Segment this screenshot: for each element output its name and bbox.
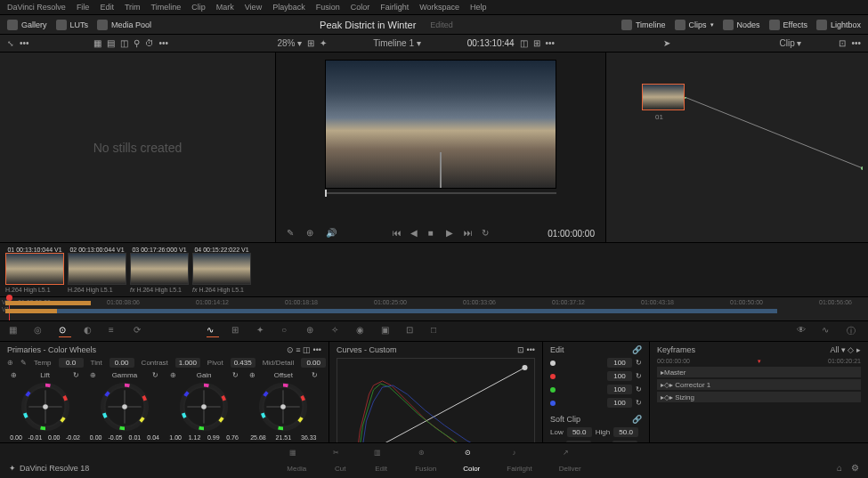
menu-trim[interactable]: Trim: [125, 3, 141, 12]
color-wheel-gamma[interactable]: ⊕Gamma↻ 0.00-0.050.010.04: [86, 371, 162, 446]
lock-icon[interactable]: ◇: [664, 393, 669, 401]
expand-icon[interactable]: ⤡: [7, 39, 14, 48]
node-graph-panel[interactable]: 01: [605, 53, 868, 242]
intensity-value[interactable]: 100: [607, 371, 632, 381]
reset-icon[interactable]: ⊕: [249, 371, 256, 382]
viewer-grid-icon[interactable]: ⊞: [533, 38, 540, 48]
window-icon[interactable]: ○: [281, 325, 294, 337]
key-icon[interactable]: ▣: [381, 325, 393, 337]
clip-thumbnail[interactable]: 03 00:17:26:000 V1 fx H.264 High L5.1: [130, 247, 189, 293]
page-tab-color[interactable]: ⊙Color: [463, 449, 480, 473]
channel-dot[interactable]: [550, 387, 556, 393]
hdr-icon[interactable]: ◐: [84, 325, 96, 337]
page-tab-media[interactable]: ▦Media: [287, 449, 306, 473]
speaker-icon[interactable]: 🔊: [326, 228, 337, 239]
menu-fairlight[interactable]: Fairlight: [380, 3, 409, 12]
channel-dot[interactable]: [550, 361, 556, 366]
viewer-icon1[interactable]: ◫: [520, 38, 528, 48]
viewer-opt2-icon[interactable]: ✦: [320, 38, 327, 48]
reset-icon[interactable]: ⊕: [11, 371, 17, 382]
luts-button[interactable]: LUTs: [56, 20, 89, 30]
grid1-icon[interactable]: ▦: [93, 38, 101, 48]
clip-dropdown[interactable]: Clip ▾: [779, 38, 801, 48]
next-frame-icon[interactable]: ⏭: [464, 228, 475, 239]
pivot-value[interactable]: 0.435: [231, 358, 256, 368]
qualifier-icon[interactable]: ✦: [256, 325, 269, 337]
more-icon[interactable]: •••: [159, 38, 169, 48]
arrow-icon[interactable]: ➤: [663, 38, 670, 48]
split-icon[interactable]: ◫: [120, 38, 128, 48]
sizing-icon[interactable]: ⊡: [406, 325, 418, 337]
reset-icon[interactable]: ↻: [636, 372, 642, 380]
viewer-more-icon[interactable]: •••: [546, 38, 556, 48]
nodes-button[interactable]: Nodes: [723, 20, 760, 30]
waveform-icon[interactable]: ∿: [822, 325, 834, 337]
node-thumb[interactable]: [642, 84, 685, 110]
page-tab-cut[interactable]: ✂Cut: [333, 449, 347, 473]
menu-color[interactable]: Color: [351, 3, 370, 12]
wheel-mode-icon[interactable]: ⊙: [287, 345, 294, 354]
menu-view[interactable]: View: [245, 3, 262, 12]
motion-icon[interactable]: ⟳: [134, 325, 146, 337]
page-tab-fairlight[interactable]: ♪Fairlight: [507, 449, 531, 473]
channel-dot[interactable]: [550, 401, 556, 406]
clip-thumbnail[interactable]: 02 00:13:00:044 V1 H.264 High L5.1: [68, 247, 126, 293]
reset-icon[interactable]: ↻: [636, 385, 642, 393]
viewer-opt1-icon[interactable]: ⊞: [307, 38, 314, 48]
softclip-high[interactable]: 50.0: [613, 427, 638, 437]
wand-icon[interactable]: ✎: [287, 228, 297, 239]
clip-thumbnail[interactable]: 01 00:13:10:044 V1 H.264 High L5.1: [5, 247, 64, 293]
dropper-icon[interactable]: ⊕: [306, 228, 317, 239]
page-tab-fusion[interactable]: ⊛Fusion: [415, 449, 436, 473]
intensity-value[interactable]: 100: [607, 358, 632, 368]
color-wheel-lift[interactable]: ⊕Lift↻ 0.00-0.010.00-0.02: [7, 371, 83, 446]
menu-playback[interactable]: Playback: [272, 3, 305, 12]
first-frame-icon[interactable]: ⏮: [393, 228, 403, 239]
magic-icon[interactable]: ✧: [331, 325, 344, 337]
menu-app[interactable]: DaVinci Resolve: [7, 3, 66, 12]
timeline-ruler[interactable]: 01:00:00:0001:00:08:0601:00:14:1201:00:1…: [0, 296, 868, 321]
reset2-icon[interactable]: ↻: [152, 371, 158, 382]
reset-icon[interactable]: ↻: [636, 399, 642, 407]
menu-mark[interactable]: Mark: [216, 3, 234, 12]
channel-dot[interactable]: [550, 374, 556, 379]
menu-workspace[interactable]: Workspace: [419, 3, 459, 12]
reset-icon[interactable]: ⊕: [170, 371, 176, 382]
scope-icon[interactable]: 👁: [797, 325, 809, 337]
stop-icon[interactable]: ■: [428, 228, 439, 239]
node-opt-icon[interactable]: ⊡: [839, 38, 846, 48]
settings-icon[interactable]: ⚙: [851, 463, 859, 473]
middetail-value[interactable]: 0.00: [301, 358, 326, 368]
clip-thumbnail[interactable]: 04 00:15:22:022 V1 fx H.264 High L5.1: [192, 247, 251, 293]
reset2-icon[interactable]: ↻: [312, 371, 318, 382]
reset-icon[interactable]: ⊕: [90, 371, 96, 382]
keyframe-track[interactable]: ▸ Master: [657, 367, 861, 377]
timecode-icon[interactable]: ⏱: [145, 38, 154, 48]
contrast-value[interactable]: 1.000: [175, 358, 200, 368]
tint-value[interactable]: 0.00: [110, 358, 134, 368]
reset-icon[interactable]: ↻: [636, 359, 642, 367]
intensity-value[interactable]: 100: [607, 398, 632, 408]
lock-icon[interactable]: ◇: [664, 381, 669, 389]
page-tab-deliver[interactable]: ↗Deliver: [559, 449, 581, 473]
timeline-name[interactable]: Timeline 1 ▾: [373, 38, 421, 48]
node-more-icon[interactable]: •••: [851, 38, 861, 48]
menu-help[interactable]: Help: [470, 3, 487, 12]
grid2-icon[interactable]: ▤: [107, 38, 115, 48]
log-mode-icon[interactable]: ◫: [303, 345, 311, 354]
options-icon[interactable]: •••: [20, 38, 29, 48]
softclip-low[interactable]: 50.0: [567, 427, 592, 437]
loop-icon[interactable]: ↻: [482, 228, 492, 239]
tracking-icon[interactable]: ⊕: [306, 325, 319, 337]
lightbox-button[interactable]: Lightbox: [816, 20, 861, 30]
viewer-image[interactable]: [325, 60, 556, 189]
kf-icon1[interactable]: ◇: [848, 345, 854, 354]
primaries-more-icon[interactable]: •••: [313, 345, 321, 354]
curves-mode-icon[interactable]: ⊡: [517, 345, 524, 354]
mediapool-button[interactable]: Media Pool: [97, 20, 151, 30]
keyframe-track[interactable]: ▸ ◇ ▸ Sizing: [657, 392, 861, 402]
menu-timeline[interactable]: Timeline: [151, 3, 182, 12]
page-tab-edit[interactable]: ▥Edit: [374, 449, 388, 473]
kf-icon2[interactable]: ▸: [856, 345, 861, 354]
bars-mode-icon[interactable]: ≡: [296, 345, 300, 354]
